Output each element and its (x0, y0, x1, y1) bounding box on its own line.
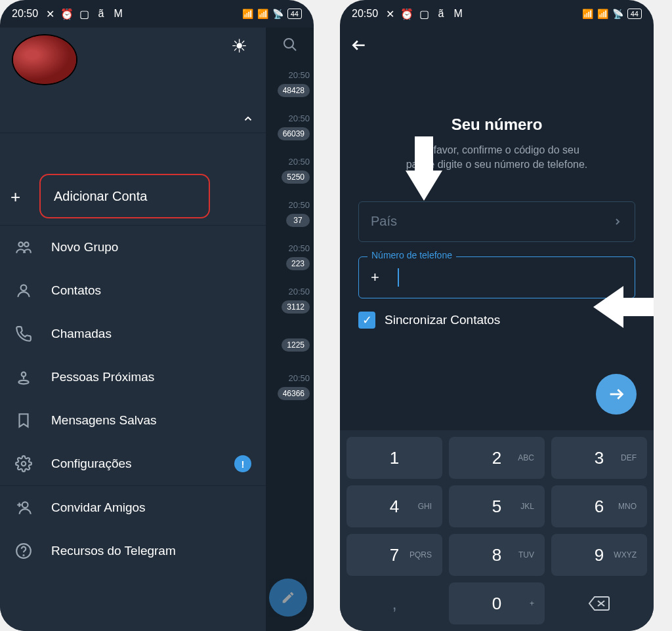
phone-icon (14, 325, 33, 343)
help-icon (14, 542, 33, 560)
chat-row[interactable]: 20:50223 (266, 235, 314, 278)
chat-row[interactable]: 1225 (266, 321, 314, 365)
key-6[interactable]: 6MNO (551, 485, 647, 527)
chat-list-strip: 20:5048428 20:5066039 20:505250 20:5037 … (266, 28, 314, 631)
key-8[interactable]: 8TUV (449, 534, 545, 576)
menu-pessoas-proximas[interactable]: Pessoas Próximas (0, 356, 266, 399)
bookmark-icon (14, 411, 33, 430)
menu-label: Convidar Amigos (51, 500, 146, 515)
menu-label: Recursos do Telegram (51, 544, 176, 558)
status-time: 20:50 (12, 8, 38, 20)
translate-icon: ã (96, 9, 106, 19)
mute-icon: ✕ (45, 9, 55, 19)
menu-label: Pessoas Próximas (51, 370, 154, 384)
menu-convidar-amigos[interactable]: Convidar Amigos (0, 486, 266, 529)
search-icon[interactable] (282, 37, 298, 52)
menu-label: Chamadas (51, 327, 112, 341)
svg-point-2 (18, 242, 23, 247)
alert-badge: ! (234, 455, 251, 472)
key-0[interactable]: 0+ (449, 582, 545, 624)
key-4[interactable]: 4GHI (346, 485, 442, 527)
menu-configuracoes[interactable]: Configurações ! (0, 442, 266, 485)
key-comma[interactable]: , (346, 582, 442, 624)
chevron-right-icon (612, 216, 623, 227)
group-icon (14, 238, 33, 256)
avatar[interactable] (12, 34, 77, 85)
person-plus-icon (14, 499, 33, 517)
menu-label: Mensagens Salvas (51, 413, 157, 428)
signal-icon-2: 📶 (257, 9, 268, 19)
drawer: ☀ + Adicionar Conta Novo Grupo (0, 28, 266, 631)
status-bar: 20:50 ✕ ⏰ ▢ ã M 📶 📶 📡 44 (0, 0, 314, 28)
country-placeholder: País (371, 214, 397, 229)
translate-icon: ã (436, 9, 446, 19)
chat-row[interactable]: 20:505250 (266, 148, 314, 192)
key-backspace[interactable] (551, 582, 647, 624)
battery-level: 44 (287, 9, 302, 19)
menu-label: Contatos (51, 283, 101, 298)
chat-row[interactable]: 20:5066039 (266, 105, 314, 148)
nearby-icon (14, 368, 33, 386)
mail-icon: M (453, 9, 463, 19)
key-2[interactable]: 2ABC (449, 437, 545, 479)
svg-point-8 (22, 502, 28, 508)
key-7[interactable]: 7PQRS (346, 534, 442, 576)
mute-icon: ✕ (385, 9, 395, 19)
status-bar: 20:50 ✕ ⏰ ▢ ã M 📶 📶 📡 44 (340, 0, 654, 28)
battery-level: 44 (627, 9, 642, 19)
gear-icon (14, 455, 33, 473)
menu-label: Configurações (51, 457, 132, 471)
signal-icon: 📶 (242, 9, 253, 19)
menu-chamadas[interactable]: Chamadas (0, 312, 266, 356)
phone-left: 20:50 ✕ ⏰ ▢ ã M 📶 📶 📡 44 20:5048428 20:5… (0, 0, 314, 631)
phone-prefix: + (371, 269, 379, 286)
current-account[interactable] (0, 133, 266, 170)
person-icon (14, 281, 33, 300)
chat-row[interactable]: 20:5048428 (266, 62, 314, 105)
svg-point-4 (21, 285, 27, 291)
menu-mensagens-salvas[interactable]: Mensagens Salvas (0, 399, 266, 442)
menu-recursos-telegram[interactable]: Recursos do Telegram (0, 529, 266, 573)
svg-line-1 (292, 47, 296, 51)
next-button[interactable] (596, 374, 637, 415)
phone-right: 20:50 ✕ ⏰ ▢ ã M 📶 📶 📡 44 Seu número Por … (340, 0, 654, 631)
annotation-arrow-down (406, 136, 442, 195)
wifi-icon: 📡 (612, 9, 623, 19)
menu-label: Novo Grupo (51, 240, 118, 254)
text-cursor (398, 268, 399, 287)
svg-point-3 (24, 242, 29, 247)
menu-novo-grupo[interactable]: Novo Grupo (0, 226, 266, 269)
theme-toggle-icon[interactable]: ☀ (231, 35, 247, 100)
chat-row[interactable]: 20:503112 (266, 278, 314, 321)
chevron-up-icon[interactable] (242, 113, 254, 125)
cast-icon: ▢ (419, 9, 429, 19)
menu-contatos[interactable]: Contatos (0, 269, 266, 312)
svg-point-7 (22, 462, 26, 466)
alarm-icon: ⏰ (62, 9, 72, 19)
annotation-arrow-left (593, 286, 654, 328)
add-account-label: Adicionar Conta (54, 189, 147, 204)
svg-point-5 (22, 372, 26, 377)
mail-icon: M (113, 9, 123, 19)
chat-row[interactable]: 20:5037 (266, 192, 314, 235)
alarm-icon: ⏰ (402, 9, 412, 19)
compose-fab[interactable] (269, 579, 307, 617)
chat-row[interactable]: 20:5046366 (266, 365, 314, 408)
signal-icon-2: 📶 (597, 9, 608, 19)
key-3[interactable]: 3DEF (551, 437, 647, 479)
back-icon[interactable] (350, 37, 368, 54)
key-9[interactable]: 9WXYZ (551, 534, 647, 576)
key-5[interactable]: 5JKL (449, 485, 545, 527)
key-1[interactable]: 1 (346, 437, 442, 479)
plus-icon: + (10, 187, 20, 207)
country-field[interactable]: País (358, 201, 635, 242)
keypad: 1 2ABC 3DEF 4GHI 5JKL 6MNO 7PQRS 8TUV 9W… (340, 430, 654, 631)
sync-checkbox[interactable]: ✓ (358, 312, 375, 329)
cast-icon: ▢ (79, 9, 89, 19)
svg-point-6 (18, 380, 28, 384)
status-time: 20:50 (352, 8, 378, 20)
svg-point-0 (284, 39, 293, 48)
add-account-button[interactable]: + Adicionar Conta (39, 174, 210, 218)
sync-label: Sincronizar Contatos (385, 313, 500, 327)
signal-icon: 📶 (582, 9, 593, 19)
